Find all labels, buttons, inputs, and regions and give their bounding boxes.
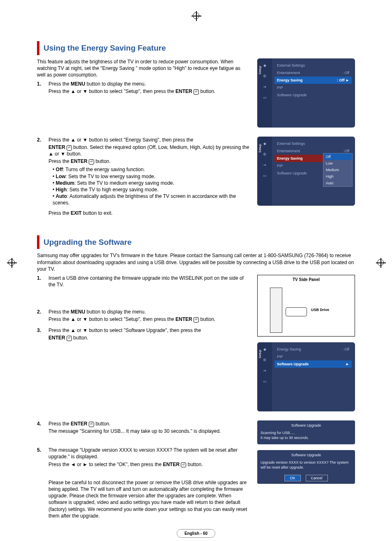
- section1-intro: This feature adjusts the brightness of t…: [37, 58, 250, 79]
- osd-sidebar-label: Setup: [258, 144, 263, 153]
- enter-icon: ⏎: [89, 159, 94, 165]
- plug-icon: ◆: [262, 346, 267, 352]
- dlg2-title: Software Upgrade: [261, 453, 352, 457]
- step-number: 4.: [37, 420, 44, 435]
- osd-submenu-item: Auto: [323, 180, 352, 186]
- dialog-upgrade-confirm: Software Upgrade Upgrade version XXXX to…: [257, 450, 355, 484]
- input-icon: ⇥: [262, 84, 267, 90]
- s2-warning: Please be careful to not disconnect the …: [37, 479, 250, 519]
- app-icon: ▭: [262, 95, 267, 100]
- dlg1-title: Software Upgrade: [261, 423, 352, 428]
- registration-mark-left: [8, 259, 15, 266]
- osd-panel-3: Setup ◆ ⚙ ⇥ ▭ Energy Saving: OffPIPSoftw…: [257, 342, 355, 411]
- enter-icon: ⏎: [67, 336, 72, 341]
- app-icon: ▭: [262, 173, 267, 179]
- osd-item: External Settings: [274, 140, 352, 147]
- tv-side-panel-figure: TV Side Panel USB Drive: [257, 275, 355, 337]
- dlg1-body-line2: It may take up to 30 seconds.: [261, 435, 352, 440]
- step-number: 1.: [37, 81, 44, 95]
- gear-icon: ⚙: [262, 151, 267, 157]
- step1-line1: Press the MENU button to display the men…: [48, 81, 250, 87]
- osd-sidebar-label: Setup: [258, 66, 263, 74]
- osd-item: PIP: [274, 84, 352, 91]
- exit-instruction: Press the EXIT button to exit.: [48, 210, 250, 216]
- enter-icon: ⏎: [194, 317, 199, 323]
- step2-line3: Press the ENTER ⏎ button.: [48, 158, 250, 165]
- dialog-scanning-usb: Software Upgrade Scanning for USB..... I…: [257, 420, 355, 444]
- step-number: 3.: [37, 327, 44, 342]
- step2-line1: Press the ▲ or ▼ button to select "Energ…: [48, 137, 250, 143]
- energy-options-list: Off: Turns off the energy saving functio…: [48, 166, 250, 206]
- usb-drive-label: USB Drive: [311, 307, 329, 312]
- registration-mark-top: [193, 12, 199, 19]
- osd-item: Energy Saving: Off ►: [274, 77, 352, 84]
- osd-panel-2: Setup ◆ ⚙ ⇥ ▭ External SettingsEntertain…: [257, 137, 355, 206]
- step-number: 5.: [37, 447, 44, 469]
- tvfig-title: TV Side Panel: [293, 277, 320, 283]
- section2-intro: Samsung may offer upgrades for TV's firm…: [37, 252, 355, 272]
- osd-item: Energy Saving: Off: [274, 346, 352, 353]
- enter-icon: ⏎: [194, 89, 199, 95]
- plug-icon: ◆: [262, 141, 267, 146]
- app-icon: ▭: [262, 378, 267, 384]
- s2-step2-line2: Press the ▲ or ▼ button to select "Setup…: [48, 316, 250, 323]
- osd-panel-1: Setup ◆ ⚙ ⇥ ▭ External SettingsEntertain…: [257, 58, 355, 128]
- step-number: 2.: [37, 309, 44, 323]
- section-title-energy-saving: Using the Energy Saving Feature: [37, 41, 355, 55]
- ok-button[interactable]: OK: [284, 475, 300, 481]
- page-number-pill: English - 60: [177, 529, 215, 538]
- s2-step1: Insert a USB drive containing the firmwa…: [48, 275, 250, 288]
- plug-icon: ◆: [262, 63, 267, 68]
- osd-item: Software Upgrade ►: [274, 360, 352, 368]
- osd-submenu-item: High: [323, 173, 352, 180]
- osd-item: PIP: [274, 353, 352, 360]
- registration-mark-right: [377, 259, 384, 266]
- dlg1-body-line1: Scanning for USB.....: [261, 430, 352, 435]
- enter-icon: ⏎: [67, 145, 72, 151]
- osd-submenu-item: Off: [323, 153, 352, 160]
- s2-step3-line1: Press the ▲ or ▼ button to select "Softw…: [48, 327, 250, 334]
- input-icon: ⇥: [262, 368, 267, 374]
- dlg2-body: Upgrade version XXXX to version XXXX? Th…: [261, 460, 352, 471]
- step-number: 2.: [37, 137, 44, 217]
- step-number: 1.: [37, 275, 44, 289]
- osd-item: Entertainment: Off: [274, 69, 352, 77]
- osd-submenu: OffLowMediumHighAuto: [323, 153, 353, 187]
- osd-submenu-item: Low: [323, 160, 352, 167]
- s2-step5-line1: The message "Upgrade version XXXX to ver…: [48, 447, 250, 460]
- input-icon: ⇥: [262, 162, 267, 168]
- s2-step3-line2: ENTER ⏎ button.: [48, 334, 250, 341]
- gear-icon: ⚙: [262, 73, 267, 79]
- step1-line2: Press the ▲ or ▼ button to select "Setup…: [48, 88, 250, 95]
- osd-sidebar-label: Setup: [258, 350, 263, 358]
- enter-icon: ⏎: [181, 462, 186, 468]
- osd-item: External Settings: [274, 62, 352, 69]
- tv-port-block: [270, 288, 282, 333]
- osd-submenu-item: Medium: [323, 167, 352, 173]
- gear-icon: ⚙: [262, 357, 267, 363]
- step2-line2: ENTER ⏎ button. Select the required opti…: [48, 144, 250, 157]
- osd-item: Software Upgrade: [274, 91, 352, 99]
- usb-drive-icon: [286, 307, 307, 316]
- s2-step5-line2: Press the ◄ or ► to select the "OK", the…: [48, 461, 250, 468]
- s2-step2-line1: Press the MENU button to display the men…: [48, 309, 250, 315]
- section-title-upgrading-software: Upgrading the Software: [37, 235, 355, 249]
- cancel-button[interactable]: Cancel: [306, 475, 328, 481]
- enter-icon: ⏎: [89, 422, 94, 427]
- s2-step4-line2: The message "Scanning for USB... It may …: [48, 428, 250, 434]
- s2-step4-line1: Press the ENTER ⏎ button.: [48, 420, 250, 427]
